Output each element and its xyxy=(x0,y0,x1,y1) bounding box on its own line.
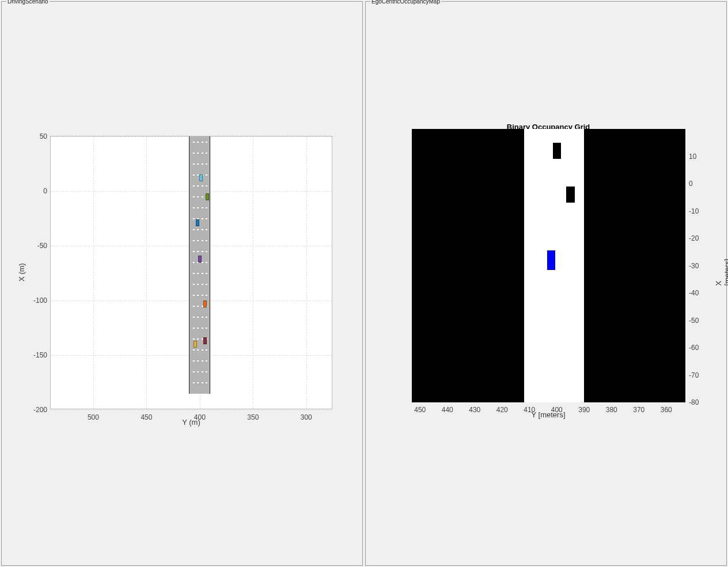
lane-dash xyxy=(202,360,203,361)
lane-dash xyxy=(206,382,207,383)
xtick-label: 500 xyxy=(88,413,99,421)
lane-dash xyxy=(206,174,207,176)
ytick-label: 50 xyxy=(40,132,51,140)
scenario-chart[interactable]: 300350400450500-200-150-100-50050 Y (m) … xyxy=(50,136,332,409)
lane-dash xyxy=(206,295,207,296)
occ-ytick-label: 10 xyxy=(689,153,696,161)
lane-dash xyxy=(202,295,203,296)
ytick-label: -200 xyxy=(33,406,51,414)
lane-dash xyxy=(193,185,195,187)
lane-dash xyxy=(193,251,195,252)
lane-dash xyxy=(197,328,199,329)
ego-vehicle xyxy=(547,250,555,269)
occ-xtick-label: 370 xyxy=(633,406,644,414)
lane-dash xyxy=(206,229,207,230)
lane-dash xyxy=(197,251,199,252)
occ-ytick-label: -60 xyxy=(689,344,699,352)
occupancy-chart[interactable]: Binary Occupancy Grid 360370380390400410… xyxy=(412,117,685,402)
lane-dash xyxy=(193,163,195,165)
veh-orange xyxy=(203,300,207,307)
lane-dash xyxy=(202,218,203,219)
occ-ytick-label: -20 xyxy=(689,234,699,242)
occ-xtick-label: 440 xyxy=(442,406,453,414)
lane-dash xyxy=(206,163,207,165)
lane-dash xyxy=(206,262,207,263)
lane-dash xyxy=(206,349,207,351)
xtick-label: 350 xyxy=(247,413,259,421)
occ-xtick-label: 430 xyxy=(469,406,480,414)
lane-dash xyxy=(193,229,195,230)
lane-dash xyxy=(193,328,195,329)
lane-dash xyxy=(193,218,195,219)
lane-dash xyxy=(193,371,195,372)
lane-dash xyxy=(206,240,207,241)
lane-dash xyxy=(193,317,195,318)
lane-dash xyxy=(202,262,203,263)
lane-dash xyxy=(193,382,195,383)
occ-ytick-label: -40 xyxy=(689,289,699,297)
figure-container: DrivingScenario 300350400450500-200-150-… xyxy=(0,0,728,567)
lane-dash xyxy=(202,196,203,197)
occupancy-axes: 360370380390400410420430440450-80-70-60-… xyxy=(412,129,685,402)
ytick-label: -50 xyxy=(37,242,51,250)
lane-dash xyxy=(197,338,199,340)
lane-dash xyxy=(202,153,203,154)
obstacle-0 xyxy=(553,143,561,159)
lane-dash xyxy=(206,273,207,274)
lane-dash xyxy=(193,262,195,263)
occ-xtick-label: 450 xyxy=(414,406,426,414)
lane-dash xyxy=(197,185,199,187)
occ-xtick-label: 360 xyxy=(661,406,672,414)
veh-green xyxy=(206,193,209,200)
lane-dash xyxy=(206,317,207,318)
lane-dash xyxy=(206,207,207,208)
lane-dash xyxy=(206,360,207,361)
lane-dash xyxy=(202,371,203,372)
lane-dash xyxy=(197,240,199,241)
panel-title-right: EgoCentricOccupancyMap xyxy=(370,0,441,5)
veh-maroon xyxy=(203,337,207,344)
lane-dash xyxy=(206,284,207,285)
lane-dash xyxy=(193,142,195,143)
lane-dash xyxy=(206,371,207,372)
lane-dash xyxy=(206,218,207,219)
occ-ytick-label: -30 xyxy=(689,262,699,270)
ytick-label: 0 xyxy=(43,187,51,195)
occupancy-map-panel: EgoCentricOccupancyMap Binary Occupancy … xyxy=(365,1,727,566)
veh-yellow xyxy=(194,341,197,348)
lane-dash xyxy=(193,306,195,307)
lane-dash xyxy=(197,142,199,143)
lane-dash xyxy=(202,306,203,307)
occ-xtick-label: 420 xyxy=(496,406,508,414)
lane-dash xyxy=(193,174,195,176)
lane-dash xyxy=(197,196,199,197)
occupancy-xlabel: Y [meters] xyxy=(531,410,565,419)
lane-dash xyxy=(197,229,199,230)
occupancy-ylabel: X [meters] xyxy=(714,259,728,286)
scenario-axes: 300350400450500-200-150-100-50050 xyxy=(50,136,332,409)
lane-dash xyxy=(193,295,195,296)
lane-dash xyxy=(202,185,203,187)
lane-dash xyxy=(197,153,199,154)
lane-dash xyxy=(197,284,199,285)
lane-dash xyxy=(197,360,199,361)
veh-skyblue xyxy=(199,174,203,181)
lane-dash xyxy=(193,360,195,361)
occ-ytick-label: -50 xyxy=(689,317,699,325)
lane-dash xyxy=(206,142,207,143)
lane-dash xyxy=(197,382,199,383)
obstacle-1 xyxy=(566,187,574,203)
lane-dash xyxy=(197,163,199,165)
gridline-h xyxy=(51,410,332,410)
lane-dash xyxy=(202,328,203,329)
panel-title-left: DrivingScenario xyxy=(6,0,50,5)
lane-dash xyxy=(202,338,203,340)
lane-dash xyxy=(197,207,199,208)
lane-dash xyxy=(202,207,203,208)
lane-dash xyxy=(193,196,195,197)
lane-dash xyxy=(206,185,207,187)
lane-dash xyxy=(206,328,207,329)
lane-dash xyxy=(202,251,203,252)
scenario-ylabel: X (m) xyxy=(17,263,26,281)
lane-dash xyxy=(202,142,203,143)
